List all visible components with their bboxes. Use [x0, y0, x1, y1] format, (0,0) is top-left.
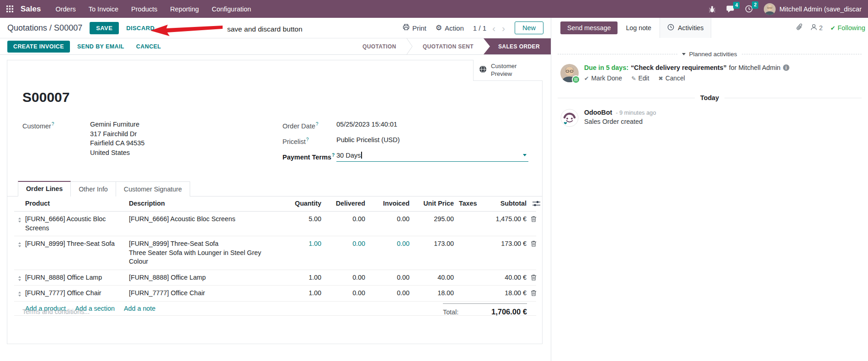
menu-products[interactable]: Products: [131, 5, 157, 13]
customer-preview-label: Customer Preview: [491, 63, 523, 78]
pager-next-icon[interactable]: ›: [501, 23, 506, 33]
delete-row-icon[interactable]: [527, 289, 540, 296]
following-button[interactable]: ✔ Following: [831, 24, 865, 32]
app-name-sales[interactable]: Sales: [21, 5, 41, 14]
edit-activity-button[interactable]: ✎ Edit: [631, 75, 649, 82]
messages-icon[interactable]: 4: [726, 5, 734, 13]
drag-handle-icon[interactable]: [14, 215, 25, 223]
order-date-field[interactable]: 05/25/2023 15:40:01: [336, 120, 397, 131]
state-pipeline: QUOTATION QUOTATION SENT SALES ORDER: [352, 38, 551, 54]
table-row[interactable]: [FURN_7777] Office Chair [FURN_7777] Off…: [14, 286, 536, 302]
cell-product[interactable]: [FURN_8999] Three-Seat Sofa: [25, 239, 129, 249]
cell-quantity[interactable]: 1.00: [277, 289, 321, 298]
cell-unit-price[interactable]: 40.00: [410, 273, 454, 282]
help-icon[interactable]: ?: [52, 122, 54, 127]
cell-delivered[interactable]: 0.00: [321, 273, 365, 282]
cell-unit-price[interactable]: 173.00: [410, 239, 454, 249]
planned-activities-toggle[interactable]: Planned activities: [682, 51, 737, 58]
delete-row-icon[interactable]: [527, 273, 540, 281]
breadcrumb-quotations[interactable]: Quotations: [7, 23, 47, 32]
state-sales-order[interactable]: SALES ORDER: [484, 38, 551, 54]
cell-quantity[interactable]: 5.00: [277, 215, 321, 224]
save-button[interactable]: SAVE: [90, 22, 119, 34]
pricelist-label: Pricelist?: [282, 135, 336, 146]
col-delivered[interactable]: Delivered: [321, 196, 365, 211]
send-by-email-button[interactable]: SEND BY EMAIL: [73, 41, 129, 53]
cell-product[interactable]: [FURN_6666] Acoustic Bloc Screens: [25, 215, 129, 233]
col-invoiced[interactable]: Invoiced: [365, 196, 410, 211]
mark-done-button[interactable]: ✔ Mark Done: [584, 75, 622, 82]
info-icon[interactable]: i: [783, 64, 789, 71]
pricelist-field[interactable]: Public Pricelist (USD): [336, 135, 400, 146]
attachment-paperclip-icon[interactable]: [796, 23, 803, 32]
activities-tab[interactable]: Activities: [660, 18, 711, 38]
cell-description[interactable]: [FURN_8999] Three-Seat Sofa Three Seater…: [129, 239, 277, 266]
col-description[interactable]: Description: [129, 196, 277, 211]
col-product[interactable]: Product: [25, 196, 129, 211]
printer-icon: [403, 24, 410, 32]
customer-preview-button[interactable]: Customer Preview: [473, 60, 543, 81]
cell-quantity[interactable]: 1.00: [277, 239, 321, 249]
apps-menu-icon[interactable]: [6, 5, 13, 12]
col-quantity[interactable]: Quantity: [277, 196, 321, 211]
log-note-button[interactable]: Log note: [618, 18, 660, 38]
user-menu[interactable]: Mitchell Admin (save_discar: [764, 3, 862, 15]
cell-product[interactable]: [FURN_8888] Office Lamp: [25, 273, 129, 282]
chevron-down-icon[interactable]: [523, 154, 527, 156]
send-message-button[interactable]: Send message: [560, 21, 618, 34]
cell-product[interactable]: [FURN_7777] Office Chair: [25, 289, 129, 298]
delete-row-icon[interactable]: [527, 215, 540, 222]
help-icon[interactable]: ?: [332, 153, 335, 158]
cell-description[interactable]: [FURN_7777] Office Chair: [129, 289, 277, 298]
cell-invoiced[interactable]: 0.00: [365, 273, 410, 282]
state-quotation[interactable]: QUOTATION: [352, 38, 406, 54]
table-row[interactable]: [FURN_8888] Office Lamp [FURN_8888] Offi…: [14, 270, 536, 286]
cancel-activity-button[interactable]: ✖ Cancel: [658, 75, 685, 82]
menu-configuration[interactable]: Configuration: [212, 5, 251, 13]
customer-link[interactable]: Gemini Furniture: [90, 120, 144, 129]
activities-clock-icon[interactable]: 2: [745, 5, 753, 13]
col-subtotal[interactable]: Subtotal: [487, 196, 527, 211]
print-button[interactable]: Print: [403, 24, 426, 32]
payment-terms-input[interactable]: 30 Days: [336, 151, 528, 162]
message-author[interactable]: OdooBot: [584, 109, 612, 116]
message-body: Sales Order created: [584, 118, 656, 125]
cell-quantity[interactable]: 1.00: [277, 273, 321, 282]
menu-to-invoice[interactable]: To Invoice: [89, 5, 118, 13]
followers-button[interactable]: 2: [810, 24, 823, 32]
optional-columns-icon[interactable]: [527, 201, 540, 207]
cancel-button[interactable]: CANCEL: [132, 41, 165, 53]
table-row[interactable]: [FURN_6666] Acoustic Bloc Screens [FURN_…: [14, 212, 536, 236]
col-taxes[interactable]: Taxes: [454, 196, 487, 211]
menu-orders[interactable]: Orders: [55, 5, 75, 13]
pager-prev-icon[interactable]: ‹: [492, 23, 496, 33]
state-quotation-sent[interactable]: QUOTATION SENT: [413, 38, 484, 54]
table-row[interactable]: [FURN_8999] Three-Seat Sofa [FURN_8999] …: [14, 236, 536, 270]
debug-bug-icon[interactable]: [709, 5, 715, 13]
cell-invoiced[interactable]: 0.00: [365, 215, 410, 224]
col-unit-price[interactable]: Unit Price: [410, 196, 454, 211]
cell-unit-price[interactable]: 295.00: [410, 215, 454, 224]
cell-invoiced[interactable]: 0.00: [365, 239, 410, 249]
drag-handle-icon[interactable]: [14, 273, 25, 281]
menu-reporting[interactable]: Reporting: [170, 5, 199, 13]
help-icon[interactable]: ?: [306, 137, 309, 142]
create-invoice-button[interactable]: CREATE INVOICE: [7, 41, 70, 53]
new-button[interactable]: New: [515, 21, 543, 34]
tab-other-info[interactable]: Other Info: [70, 181, 116, 196]
drag-handle-icon[interactable]: [14, 239, 25, 247]
delete-row-icon[interactable]: [527, 239, 540, 247]
tab-order-lines[interactable]: Order Lines: [18, 181, 71, 196]
tab-customer-signature[interactable]: Customer Signature: [116, 181, 190, 196]
action-button[interactable]: ⚙ Action: [436, 24, 464, 32]
cell-description[interactable]: [FURN_6666] Acoustic Bloc Screens: [129, 215, 277, 224]
cell-description[interactable]: [FURN_8888] Office Lamp: [129, 273, 277, 282]
cell-delivered[interactable]: 0.00: [321, 289, 365, 298]
cell-unit-price[interactable]: 18.00: [410, 289, 454, 298]
drag-handle-icon[interactable]: [14, 289, 25, 297]
terms-and-conditions-placeholder[interactable]: Terms and conditions...: [22, 308, 90, 315]
help-icon[interactable]: ?: [316, 122, 319, 127]
cell-invoiced[interactable]: 0.00: [365, 289, 410, 298]
cell-delivered[interactable]: 0.00: [321, 239, 365, 249]
cell-delivered[interactable]: 0.00: [321, 215, 365, 224]
